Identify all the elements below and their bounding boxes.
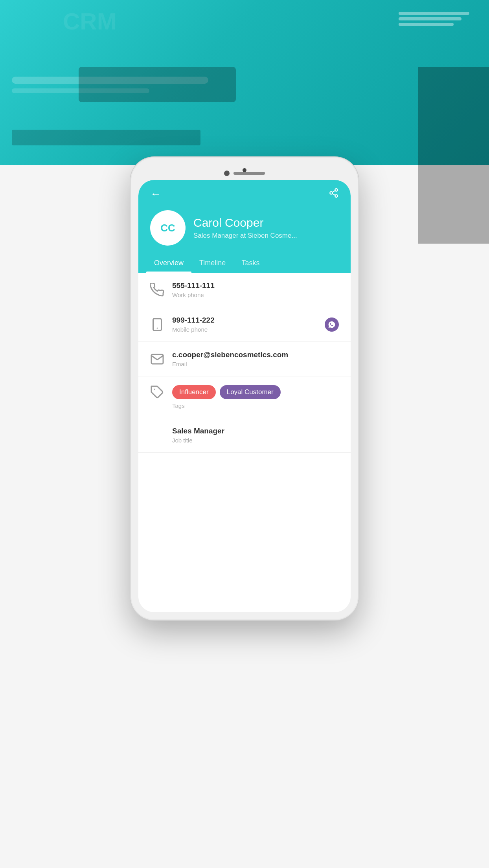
tab-timeline[interactable]: Timeline [191, 253, 233, 273]
email-icon [150, 352, 164, 366]
profile-name: Carol Cooper [193, 216, 339, 229]
phone-speaker [233, 172, 265, 175]
job-icon [150, 427, 164, 441]
phone-frame: ← CC [131, 157, 358, 620]
mobile-phone-content: 999-111-222 Mobile phone [172, 316, 317, 333]
job-title-row: Sales Manager Job title [138, 418, 351, 453]
work-phone-value: 555-111-111 [172, 281, 339, 290]
phone-icon [150, 283, 164, 297]
profile-info: Carol Cooper Sales Manager at Sieben Cos… [193, 216, 339, 240]
work-phone-row: 555-111-111 Work phone [138, 273, 351, 307]
viber-icon [325, 317, 339, 332]
header-nav: ← [138, 180, 351, 206]
content-area: 555-111-111 Work phone 999-111-222 M [138, 273, 351, 453]
share-button[interactable] [329, 188, 339, 200]
mobile-phone-value: 999-111-222 [172, 316, 317, 325]
job-content: Sales Manager Job title [172, 427, 339, 444]
tag-loyal-customer[interactable]: Loyal Customer [220, 385, 281, 399]
avatar-initials: CC [160, 222, 175, 234]
phone-dot [243, 168, 246, 172]
email-value: c.cooper@siebencosmetics.com [172, 351, 339, 359]
tab-tasks[interactable]: Tasks [233, 253, 267, 273]
email-row: c.cooper@siebencosmetics.com Email [138, 342, 351, 376]
app-header: ← CC [138, 180, 351, 273]
svg-line-3 [332, 194, 335, 195]
tags-container: Influencer Loyal Customer Tags [172, 385, 339, 409]
phone-camera [224, 171, 230, 176]
avatar: CC [150, 210, 186, 246]
profile-title: Sales Manager at Sieben Cosme... [193, 232, 339, 240]
job-label: Job title [172, 437, 339, 444]
tab-overview[interactable]: Overview [146, 253, 191, 273]
profile-section: CC Carol Cooper Sales Manager at Sieben … [138, 206, 351, 253]
bg-decor-text-1: CRM [63, 8, 117, 35]
phone-screen: ← CC [138, 180, 351, 612]
email-label: Email [172, 361, 339, 367]
tag-influencer[interactable]: Influencer [172, 385, 216, 399]
phone-top-bar [138, 165, 351, 180]
tags-list: Influencer Loyal Customer [172, 385, 339, 399]
tabs-bar: Overview Timeline Tasks [138, 253, 351, 273]
job-value: Sales Manager [172, 427, 339, 435]
email-content: c.cooper@siebencosmetics.com Email [172, 351, 339, 367]
bg-decor-bottom-text [12, 130, 200, 145]
work-phone-content: 555-111-111 Work phone [172, 281, 339, 298]
back-button[interactable]: ← [150, 188, 161, 200]
mobile-phone-row: 999-111-222 Mobile phone [138, 307, 351, 342]
tags-icon [150, 385, 164, 399]
bg-decor-block [79, 67, 236, 102]
svg-line-4 [332, 191, 335, 192]
tags-row: Influencer Loyal Customer Tags [138, 376, 351, 418]
work-phone-label: Work phone [172, 292, 339, 298]
bg-decor-bars [399, 12, 469, 28]
mobile-phone-label: Mobile phone [172, 326, 317, 333]
mobile-icon [150, 317, 164, 332]
viber-button[interactable] [325, 317, 339, 332]
phone-frame-wrapper: ← CC [131, 157, 358, 620]
tags-label: Tags [172, 402, 339, 409]
bg-decor-right-shadow [418, 67, 489, 244]
